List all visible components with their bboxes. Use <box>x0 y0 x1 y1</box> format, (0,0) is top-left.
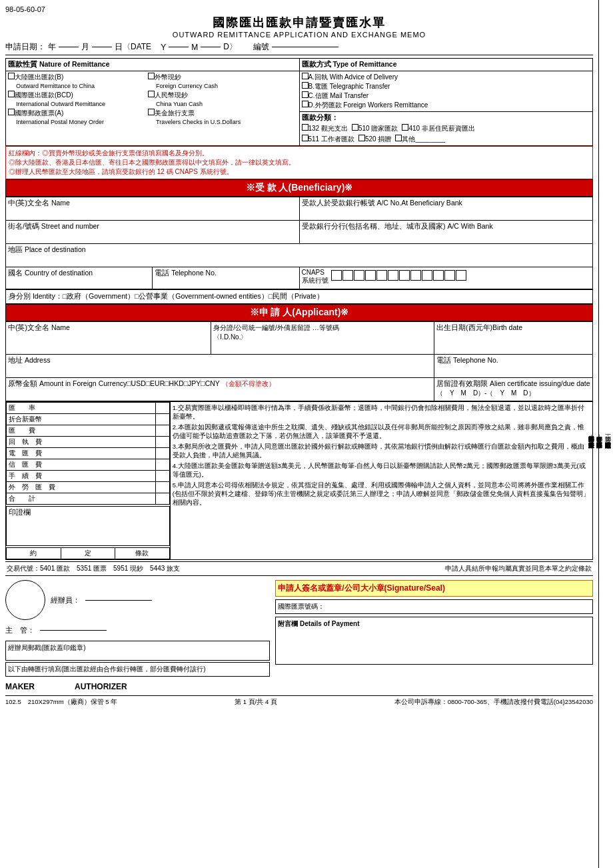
type-option-d[interactable]: D.外勞匯款 Foreign Workers Remittance <box>302 101 591 110</box>
country-value[interactable] <box>8 278 150 287</box>
cnaps-box-8[interactable] <box>410 270 421 281</box>
wire-fee-value[interactable] <box>156 448 169 459</box>
cnaps-label: CNAPS 系統行號 <box>302 269 328 285</box>
app-name-value[interactable] <box>8 333 209 343</box>
account-label: 受款人於受款銀行帳號 A/C No.At Beneficiary Bank <box>302 199 462 207</box>
fee-value[interactable] <box>156 425 169 437</box>
trust-fee-value[interactable] <box>156 459 169 471</box>
cat-other[interactable]: 其他________ <box>395 135 445 144</box>
name-label: 中(英)文全名 Name <box>8 199 70 207</box>
manager-field[interactable] <box>85 600 152 601</box>
approx-label: 約 <box>7 548 61 559</box>
authorizer-label: AUTHORIZER <box>75 682 127 691</box>
exec-fee-value[interactable] <box>156 437 169 448</box>
app-phone-value[interactable] <box>436 365 590 376</box>
cat-510[interactable]: 510 贍家匯款 <box>352 124 398 133</box>
rate-value[interactable] <box>156 403 169 414</box>
wire-fee-label: 電 匯 費 <box>7 448 156 459</box>
type-option-c[interactable]: C.信匯 Mail Transfer <box>302 91 591 101</box>
y-field[interactable] <box>169 47 189 47</box>
nature-option-a[interactable]: 大陸匯出匯款(B)Outward Remittance to China <box>8 73 147 89</box>
checkbox-other[interactable] <box>395 135 402 141</box>
fee-label: 匯 費 <box>7 425 156 437</box>
cnaps-box-12[interactable] <box>456 270 466 281</box>
cnaps-box-6[interactable] <box>388 270 398 281</box>
app-address-value[interactable] <box>8 365 432 376</box>
nature-option-d[interactable]: 人民幣現鈔China Yuan Cash <box>148 91 287 107</box>
cnaps-box-4[interactable] <box>365 270 376 281</box>
nature-type-table: 匯款性質 Nature of Remittance 大陸匯出匯款(B)Outwa… <box>5 58 593 146</box>
checkbox-C[interactable] <box>8 91 15 97</box>
handling-value[interactable] <box>156 471 169 482</box>
checkbox-132[interactable] <box>302 124 308 131</box>
cnaps-box-11[interactable] <box>444 270 455 281</box>
street-value[interactable] <box>8 231 297 242</box>
ntd-value[interactable] <box>156 414 169 425</box>
app-address-label: 地址 Address <box>8 356 50 364</box>
intl-check-section: 國際匯票號碼： <box>275 599 593 614</box>
checkbox-D[interactable] <box>148 91 155 97</box>
terms-label: 條款 <box>115 548 169 559</box>
app-amount-value[interactable] <box>8 389 432 399</box>
right-strip: 第一聯：寄存銀行留底辦理大陸或國際匯出匯款者 本聯寄合作銀行：辦理國際郵政匯票者… <box>598 0 613 868</box>
name-value[interactable] <box>8 208 297 219</box>
place-value[interactable] <box>8 255 590 265</box>
nature-option-b[interactable]: 外幣現鈔Foreign Currency Cash <box>148 73 287 89</box>
checkbox-A[interactable] <box>8 73 15 79</box>
checkbox-type-A[interactable] <box>302 73 308 79</box>
checkbox-type-C[interactable] <box>302 91 308 98</box>
year-field[interactable] <box>59 47 79 47</box>
stamp-area: 印證欄 <box>6 506 170 546</box>
cnaps-box-3[interactable] <box>354 270 364 281</box>
nature-option-c[interactable]: 國際匯出匯款(BCD)International Outward Remitta… <box>8 91 147 107</box>
cnaps-box-1[interactable] <box>331 270 342 281</box>
checkbox-B[interactable] <box>148 73 155 79</box>
cnaps-box-10[interactable] <box>433 270 444 281</box>
total-value[interactable] <box>156 493 169 505</box>
nature-title: 匯款性質 Nature of Remittance <box>6 59 299 71</box>
cnaps-box-7[interactable] <box>399 270 410 281</box>
foreign-fee-value[interactable] <box>156 482 169 493</box>
checkbox-410[interactable] <box>402 124 408 131</box>
checkbox-E[interactable] <box>8 109 15 115</box>
beneficiary-table: 中(英)文全名 Name 受款人於受款銀行帳號 A/C No.At Benefi… <box>5 197 593 289</box>
app-birth-value[interactable] <box>436 333 590 343</box>
nature-option-e[interactable]: 國際郵政匯票(A)International Postal Money Orde… <box>8 109 147 125</box>
trust-fee-label: 信 匯 費 <box>7 459 156 471</box>
checkbox-511[interactable] <box>302 135 308 141</box>
serial-field[interactable] <box>272 47 338 47</box>
type-option-a[interactable]: A.回執 With Advice of Delivery <box>302 73 591 82</box>
cnaps-box-2[interactable] <box>342 270 353 281</box>
m-field[interactable] <box>201 47 221 47</box>
fixed-label: 定 <box>61 548 116 559</box>
bene-phone-value[interactable] <box>155 278 297 287</box>
supervisor-field[interactable] <box>40 630 107 631</box>
cat-410[interactable]: 410 非居住民薪資匯出 <box>402 124 474 133</box>
maker-auth-row: MAKER AUTHORIZER <box>5 682 593 691</box>
applicant-header: ※申 請 人(Applicant)※ <box>5 304 593 321</box>
cnaps-box-5[interactable] <box>376 270 387 281</box>
date-label: 申請日期： <box>5 41 45 53</box>
hotline: 本公司申訴專線：0800-700-365、手機請改撥付費電話(04)235420… <box>394 698 593 707</box>
checkbox-520[interactable] <box>358 135 365 141</box>
checkbox-F[interactable] <box>148 109 155 115</box>
checkbox-type-D[interactable] <box>302 101 308 107</box>
serial-label: 編號 <box>253 41 269 53</box>
cat-511[interactable]: 511 工作者匯款 <box>302 135 354 144</box>
footer: 102.5 210X297mm（廠商）保管 5 年 第 1 頁/共 4 頁 本公… <box>5 695 593 707</box>
type-option-b[interactable]: B.電匯 Telegraphic Transfer <box>302 82 591 91</box>
supervisor-label: 主 管： <box>5 625 35 635</box>
checkbox-510[interactable] <box>352 124 358 131</box>
cat-132[interactable]: 132 觀光支出 <box>302 124 348 133</box>
rate-label: 匯 率 <box>7 403 156 414</box>
intl-check-label: 國際匯票號碼： <box>278 603 324 610</box>
checkbox-type-B[interactable] <box>302 82 308 89</box>
app-id-value[interactable] <box>213 342 432 353</box>
month-field[interactable] <box>92 47 112 47</box>
account-value[interactable] <box>302 208 591 219</box>
details-value[interactable] <box>278 629 590 662</box>
bank-value[interactable] <box>302 231 591 242</box>
cnaps-box-9[interactable] <box>422 270 432 281</box>
cat-520[interactable]: 520 捐贈 <box>358 135 391 144</box>
nature-option-f[interactable]: 美金旅行支票Travelers Checks in U.S.Dollars <box>148 109 287 125</box>
